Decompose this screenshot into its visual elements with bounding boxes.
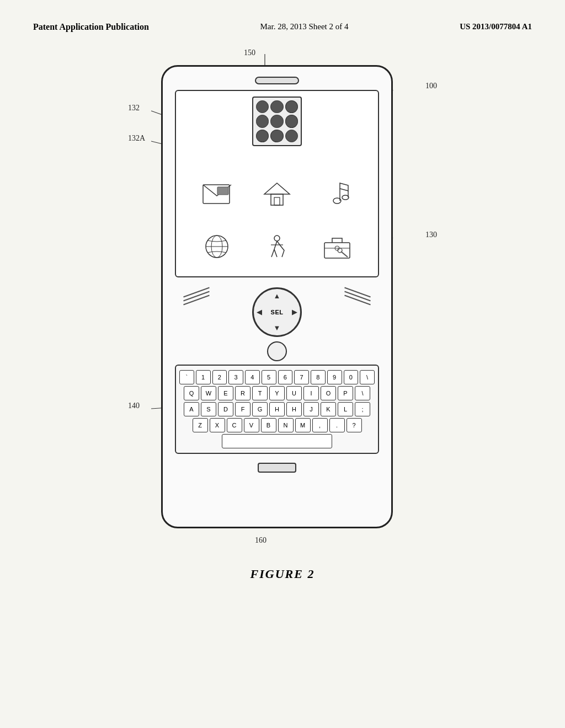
- globe-icon: [200, 233, 233, 260]
- key-d[interactable]: D: [218, 402, 233, 416]
- key-3[interactable]: 3: [228, 370, 243, 384]
- key-2[interactable]: 2: [212, 370, 227, 384]
- key-semicolon[interactable]: ;: [355, 402, 370, 416]
- dpad-left[interactable]: ◀: [257, 308, 262, 317]
- ref-130: 130: [425, 231, 437, 239]
- circle-5: [270, 115, 283, 127]
- key-backslash-2[interactable]: \: [355, 386, 370, 400]
- key-h1[interactable]: H: [269, 402, 285, 416]
- key-7[interactable]: 7: [294, 370, 309, 384]
- key-4[interactable]: 4: [245, 370, 260, 384]
- featured-app: [182, 97, 372, 164]
- key-f[interactable]: F: [235, 402, 250, 416]
- publication-date: Mar. 28, 2013 Sheet 2 of 4: [260, 22, 348, 31]
- key-space[interactable]: [222, 434, 332, 448]
- key-row-3: A S D F G H H J K L ;: [179, 402, 375, 416]
- key-s[interactable]: S: [201, 402, 216, 416]
- key-question[interactable]: ?: [347, 418, 362, 432]
- publication-title: Patent Application Publication: [33, 22, 149, 32]
- circle-4: [256, 115, 269, 127]
- phone-bottom: [258, 463, 296, 473]
- main-content: 150 100 132 132A 130 140: [0, 43, 565, 581]
- dpad-lines-right: [344, 292, 371, 301]
- key-b[interactable]: B: [261, 418, 276, 432]
- key-backslash-1[interactable]: \: [360, 370, 375, 384]
- phone-speaker: [255, 77, 299, 84]
- device-container: 150 100 132 132A 130 140: [128, 49, 437, 556]
- svg-line-24: [271, 249, 274, 257]
- key-q[interactable]: Q: [184, 386, 199, 400]
- key-8[interactable]: 8: [311, 370, 326, 384]
- svg-point-21: [274, 235, 280, 241]
- bottom-button[interactable]: [258, 463, 296, 473]
- key-w[interactable]: W: [201, 386, 216, 400]
- key-t[interactable]: T: [252, 386, 268, 400]
- svg-line-23: [277, 241, 280, 245]
- ref-100: 100: [425, 82, 437, 90]
- ref-160: 160: [255, 536, 266, 545]
- tools-icon: [321, 233, 354, 260]
- key-u[interactable]: U: [286, 386, 302, 400]
- key-backtick[interactable]: `: [179, 370, 194, 384]
- key-period[interactable]: .: [329, 418, 345, 432]
- svg-point-31: [338, 248, 342, 253]
- music-icon: [321, 181, 354, 207]
- key-comma[interactable]: ,: [312, 418, 328, 432]
- key-o[interactable]: O: [321, 386, 336, 400]
- key-0[interactable]: 0: [344, 370, 359, 384]
- key-h2[interactable]: H: [286, 402, 302, 416]
- key-k[interactable]: K: [321, 402, 336, 416]
- circle-9: [285, 130, 298, 142]
- dpad-down[interactable]: ▼: [274, 324, 281, 333]
- dpad-sel[interactable]: SEL: [271, 309, 284, 315]
- key-p[interactable]: P: [338, 386, 353, 400]
- figure-caption: FIGURE 2: [250, 567, 315, 581]
- svg-point-17: [342, 195, 349, 200]
- key-v[interactable]: V: [244, 418, 259, 432]
- svg-rect-13: [274, 197, 280, 205]
- dpad-area: ▲ ▼ ◀ ▶ SEL: [172, 287, 382, 361]
- patent-header: Patent Application Publication Mar. 28, …: [0, 0, 565, 43]
- ref-150: 150: [244, 49, 255, 57]
- dpad-lines-left: [183, 292, 210, 301]
- key-l[interactable]: L: [338, 402, 353, 416]
- svg-rect-12: [271, 194, 283, 205]
- phone-screen: [175, 90, 379, 277]
- small-button[interactable]: [267, 341, 287, 361]
- key-z[interactable]: Z: [193, 418, 208, 432]
- dpad[interactable]: ▲ ▼ ◀ ▶ SEL: [252, 287, 302, 337]
- activity-icon: [260, 233, 294, 260]
- key-m[interactable]: M: [295, 418, 311, 432]
- circle-3: [285, 100, 298, 113]
- dpad-right[interactable]: ▶: [292, 308, 297, 317]
- spacebar-row: [179, 434, 375, 448]
- key-c[interactable]: C: [227, 418, 242, 432]
- key-row-2: Q W E R T Y U I O P \: [179, 386, 375, 400]
- key-j[interactable]: J: [303, 402, 319, 416]
- key-g[interactable]: G: [252, 402, 268, 416]
- publication-number: US 2013/0077804 A1: [460, 22, 532, 31]
- key-5[interactable]: 5: [262, 370, 276, 384]
- mail-icon: [200, 181, 233, 207]
- ref-140: 140: [128, 402, 140, 410]
- ref-132: 132: [128, 104, 140, 113]
- keyboard: ` 1 2 3 4 5 6 7 8 9 0 \ Q W E: [175, 365, 379, 454]
- key-i[interactable]: I: [303, 386, 319, 400]
- key-y[interactable]: Y: [269, 386, 285, 400]
- key-n[interactable]: N: [278, 418, 294, 432]
- key-r[interactable]: R: [235, 386, 250, 400]
- svg-line-30: [341, 251, 348, 257]
- key-a[interactable]: A: [184, 402, 199, 416]
- key-row-1: ` 1 2 3 4 5 6 7 8 9 0 \: [179, 370, 375, 384]
- app-icons-row-1: [182, 170, 372, 219]
- key-6[interactable]: 6: [278, 370, 293, 384]
- key-1[interactable]: 1: [196, 370, 211, 384]
- key-e[interactable]: E: [218, 386, 233, 400]
- key-9[interactable]: 9: [327, 370, 342, 384]
- app-circle-grid: [252, 97, 302, 146]
- key-x[interactable]: X: [210, 418, 225, 432]
- svg-line-25: [274, 249, 277, 257]
- dpad-up[interactable]: ▲: [274, 292, 281, 301]
- key-row-4: Z X C V B N M , . ?: [179, 418, 375, 432]
- svg-marker-11: [264, 183, 290, 194]
